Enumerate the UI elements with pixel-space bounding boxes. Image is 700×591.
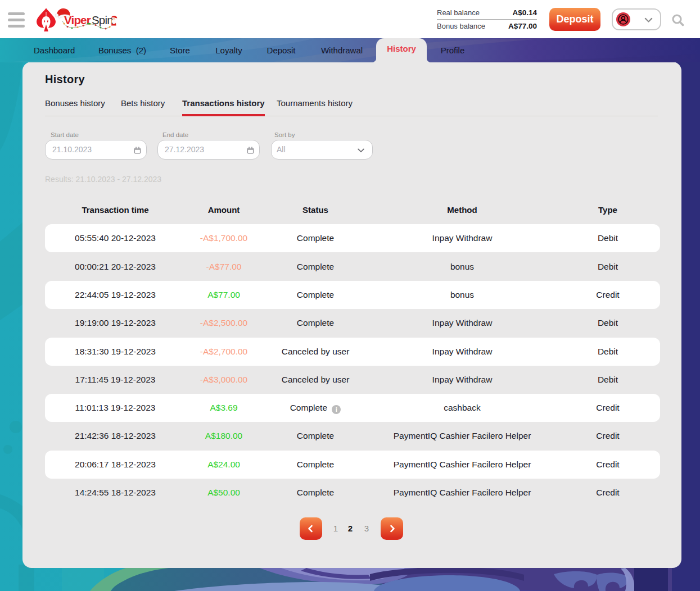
svg-text:Spin: Spin bbox=[92, 13, 113, 26]
